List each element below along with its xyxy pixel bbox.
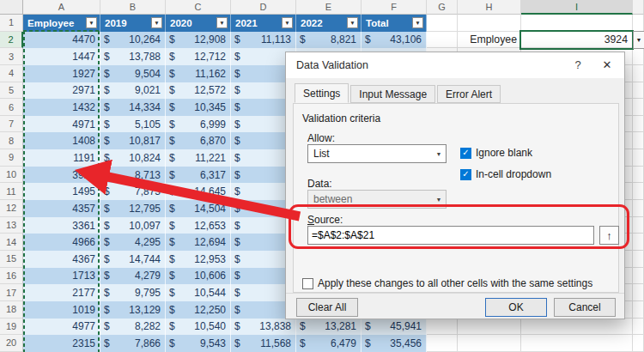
cell-c11[interactable]: $14,645 [166, 183, 231, 200]
row-header-4[interactable]: 4 [0, 65, 23, 82]
cell-a7[interactable]: 4971 [23, 116, 100, 133]
cell-j6[interactable] [633, 99, 644, 116]
cell-j13[interactable] [633, 217, 644, 234]
cell-b11[interactable]: $7,873 [100, 183, 166, 200]
cell-b9[interactable]: $10,824 [100, 149, 166, 167]
cell-j9[interactable] [633, 149, 644, 167]
row-header-12[interactable]: 12 [0, 200, 23, 217]
cell-b6[interactable]: $14,334 [100, 99, 166, 116]
cell-j15[interactable] [633, 251, 644, 268]
row-header-16[interactable]: 16 [0, 268, 23, 285]
cell-j7[interactable] [633, 116, 644, 133]
cell-i19[interactable] [521, 319, 633, 336]
filter-dropdown-icon[interactable]: ▼ [412, 17, 423, 28]
row-header-9[interactable]: 9 [0, 149, 23, 167]
cell-g19[interactable] [427, 319, 458, 336]
row-header-20[interactable]: 20 [0, 335, 23, 352]
cell-g20[interactable] [427, 335, 458, 352]
cell-c20[interactable]: $9,543 [166, 335, 231, 352]
row-header-5[interactable]: 5 [0, 82, 23, 100]
cell-c6[interactable]: $10,345 [166, 99, 231, 116]
cancel-button[interactable]: Cancel [554, 298, 616, 317]
tab-input-message[interactable]: Input Message [350, 85, 435, 103]
cell-j1[interactable] [633, 15, 644, 32]
cell-j12[interactable] [633, 200, 644, 217]
cell-j20[interactable] [633, 335, 644, 352]
cell-h20[interactable] [458, 335, 521, 352]
column-header-f[interactable]: F [361, 0, 427, 15]
cell-c18[interactable]: $12,250 [166, 301, 231, 319]
cell-b18[interactable]: $13,129 [100, 301, 166, 319]
column-header-g[interactable]: G [427, 0, 458, 15]
cell-c3[interactable]: $12,712 [166, 48, 231, 65]
cell-a9[interactable]: 1191 [23, 149, 100, 167]
cell-b12[interactable]: $12,795 [100, 200, 166, 217]
cell-a17[interactable]: 2177 [23, 284, 100, 301]
column-header-i[interactable]: I [521, 0, 633, 15]
cell-e19[interactable]: $13,281 [296, 319, 361, 336]
column-header-j-partial[interactable] [633, 0, 644, 15]
cell-j17[interactable] [633, 284, 644, 301]
cell-j10[interactable] [633, 167, 644, 184]
cell-e20[interactable]: $6,479 [296, 335, 361, 352]
filter-dropdown-icon[interactable]: ▼ [347, 17, 358, 28]
cell-a11[interactable]: 1495 [23, 183, 100, 200]
tab-settings[interactable]: Settings [295, 83, 349, 103]
allow-dropdown[interactable]: List ▼ [307, 144, 447, 163]
cell-i1[interactable] [521, 15, 633, 32]
cell-j8[interactable] [633, 132, 644, 149]
column-header-d[interactable]: D [231, 0, 296, 15]
cell-a2[interactable]: 4470 [23, 32, 100, 49]
close-button[interactable]: ✕ [600, 58, 614, 71]
cell-c9[interactable]: $11,221 [166, 149, 231, 167]
table-header-2020[interactable]: 2020▼ [166, 15, 231, 32]
cell-a13[interactable]: 3361 [23, 217, 100, 234]
cell-e2[interactable]: $8,821 [296, 32, 361, 49]
cell-j11[interactable] [633, 183, 644, 200]
cell-a18[interactable]: 1019 [23, 301, 100, 319]
filter-dropdown-icon[interactable]: ▼ [86, 17, 97, 28]
cell-f20[interactable]: $35,456 [361, 335, 427, 352]
ignore-blank-checkbox[interactable]: ✓ Ignore blank [460, 147, 532, 159]
cell-a14[interactable]: 4966 [23, 234, 100, 251]
cell-d19[interactable]: $13,838 [231, 319, 296, 336]
cell-c10[interactable]: $6,317 [166, 167, 231, 184]
ok-button[interactable]: OK [485, 298, 547, 317]
cell-b3[interactable]: $13,788 [100, 48, 166, 65]
in-cell-dropdown-checkbox[interactable]: ✓ In-cell dropdown [460, 168, 551, 180]
cell-j4[interactable] [633, 65, 644, 82]
cell-f2[interactable]: $43,106 [361, 32, 427, 49]
cell-b4[interactable]: $9,504 [100, 65, 166, 82]
filter-dropdown-icon[interactable]: ▼ [282, 17, 293, 28]
cell-a10[interactable]: 3924 [23, 167, 100, 184]
row-header-7[interactable]: 7 [0, 116, 23, 133]
cell-j16[interactable] [633, 268, 644, 285]
chevron-down-icon[interactable]: ▼ [432, 145, 446, 162]
row-header-18[interactable]: 18 [0, 301, 23, 319]
cell-b7[interactable]: $5,105 [100, 116, 166, 133]
in-cell-dropdown-button[interactable]: ▼ [633, 31, 644, 49]
row-header-11[interactable]: 11 [0, 183, 23, 200]
row-header-17[interactable]: 17 [0, 284, 23, 301]
cell-d2[interactable]: $11,113 [231, 32, 296, 49]
cell-h2[interactable]: Employee [458, 32, 521, 49]
row-header-2[interactable]: 2 [0, 32, 23, 49]
help-button[interactable]: ? [571, 58, 585, 71]
cell-a16[interactable]: 1713 [23, 268, 100, 285]
column-header-c[interactable]: C [166, 0, 231, 15]
row-header-15[interactable]: 15 [0, 251, 23, 268]
row-header-14[interactable]: 14 [0, 234, 23, 251]
cell-j14[interactable] [633, 234, 644, 251]
cell-c7[interactable]: $6,999 [166, 116, 231, 133]
cell-b5[interactable]: $9,021 [100, 82, 166, 100]
cell-a6[interactable]: 1432 [23, 99, 100, 116]
cell-b13[interactable]: $10,097 [100, 217, 166, 234]
row-header-10[interactable]: 10 [0, 167, 23, 184]
cell-c19[interactable]: $10,540 [166, 319, 231, 336]
collapse-dialog-button[interactable]: ↑ [599, 226, 619, 245]
column-header-a[interactable]: A [23, 0, 100, 15]
cell-d20[interactable]: $11,568 [231, 335, 296, 352]
cell-b14[interactable]: $4,295 [100, 234, 166, 251]
filter-dropdown-icon[interactable]: ▼ [151, 17, 162, 28]
row-header-1[interactable]: 1 [0, 15, 23, 32]
